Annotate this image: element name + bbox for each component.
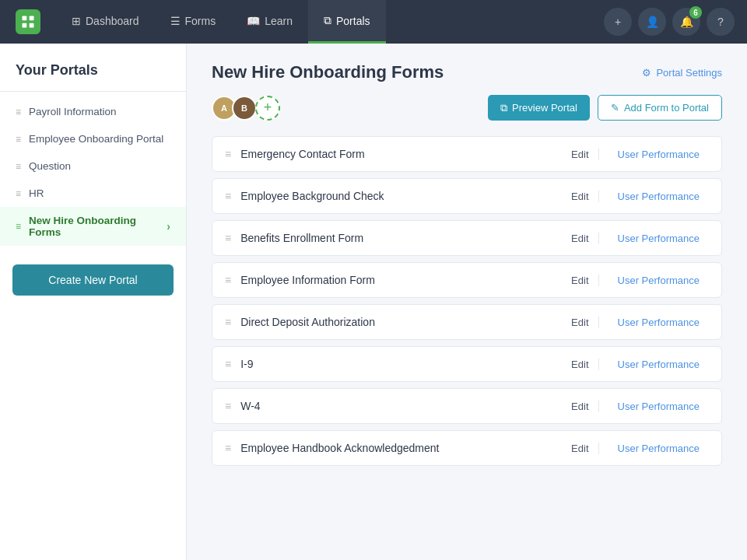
gear-icon: ⚙ (642, 67, 651, 79)
chevron-right-icon: › (167, 220, 170, 233)
add-user-button[interactable]: + (255, 96, 280, 121)
nav-portals[interactable]: ⧉ Portals (308, 0, 386, 44)
nav-dashboard-label: Dashboard (86, 15, 139, 27)
form-list: ≡ Emergency Contact Form Edit User Perfo… (212, 136, 722, 466)
edit-button[interactable]: Edit (562, 233, 598, 244)
edit-button[interactable]: Edit (562, 149, 598, 160)
page-title: New Hire Onboarding Forms (212, 62, 444, 82)
portal-settings-label: Portal Settings (656, 67, 722, 79)
bell-icon: 🔔 (680, 16, 693, 28)
form-name: Emergency Contact Form (240, 148, 552, 160)
avatar-2: B (232, 96, 257, 121)
drag-handle-icon[interactable]: ≡ (225, 442, 231, 454)
sidebar-item-hr[interactable]: ≡ HR (0, 180, 186, 207)
user-performance-button[interactable]: User Performance (608, 275, 709, 286)
sidebar-item-new-hire-label: New Hire Onboarding Forms (29, 215, 159, 238)
sidebar-item-hr-label: HR (29, 187, 44, 199)
sidebar-item-question-label: Question (29, 160, 71, 172)
svg-rect-0 (23, 16, 27, 21)
logo-icon (16, 9, 40, 34)
main-content: New Hire Onboarding Forms ⚙ Portal Setti… (187, 44, 747, 560)
nav-dashboard[interactable]: ⊞ Dashboard (56, 0, 155, 44)
edit-button[interactable]: Edit (562, 191, 598, 202)
drag-handle-icon[interactable]: ≡ (225, 190, 231, 202)
portal-settings-link[interactable]: ⚙ Portal Settings (642, 67, 722, 79)
portals-icon: ⧉ (324, 14, 331, 27)
edit-button[interactable]: Edit (562, 275, 598, 286)
user-icon: 👤 (646, 16, 659, 28)
forms-icon: ☰ (170, 15, 181, 27)
drag-handle-icon[interactable]: ≡ (225, 316, 231, 328)
table-row: ≡ Benefits Enrollment Form Edit User Per… (212, 220, 722, 256)
sidebar: Your Portals ≡ Payroll Information ≡ Emp… (0, 44, 187, 560)
nav-portals-label: Portals (336, 15, 370, 27)
drag-handle-icon[interactable]: ≡ (225, 274, 231, 286)
table-row: ≡ I-9 Edit User Performance (212, 346, 722, 382)
nav-forms[interactable]: ☰ Forms (155, 0, 232, 44)
preview-portal-button[interactable]: ⧉ Preview Portal (488, 95, 590, 121)
user-button[interactable]: 👤 (638, 8, 666, 36)
edit-button[interactable]: Edit (562, 317, 598, 328)
form-name: Benefits Enrollment Form (240, 232, 552, 244)
add-icon: + (615, 16, 621, 28)
user-performance-button[interactable]: User Performance (608, 233, 709, 244)
drag-icon: ≡ (16, 134, 21, 145)
add-button[interactable]: + (604, 8, 632, 36)
sidebar-title: Your Portals (0, 44, 186, 92)
table-row: ≡ W-4 Edit User Performance (212, 388, 722, 424)
table-row: ≡ Emergency Contact Form Edit User Perfo… (212, 136, 722, 172)
drag-handle-icon[interactable]: ≡ (225, 148, 231, 160)
notification-badge: 6 (689, 6, 702, 19)
logo-svg (20, 14, 36, 30)
table-row: ≡ Direct Deposit Authorization Edit User… (212, 304, 722, 340)
nav-forms-label: Forms (185, 15, 216, 27)
table-row: ≡ Employee Information Form Edit User Pe… (212, 262, 722, 298)
add-form-button[interactable]: ✎ Add Form to Portal (598, 95, 722, 121)
user-performance-button[interactable]: User Performance (608, 317, 709, 328)
drag-icon: ≡ (16, 107, 21, 117)
edit-doc-icon: ✎ (611, 102, 619, 114)
drag-handle-icon[interactable]: ≡ (225, 232, 231, 244)
svg-rect-3 (30, 23, 34, 28)
create-portal-button[interactable]: Create New Portal (12, 264, 174, 296)
sidebar-item-question[interactable]: ≡ Question (0, 152, 186, 180)
form-name: Employee Handbook Acknowledgedment (240, 442, 552, 454)
help-icon: ? (717, 16, 724, 28)
edit-button[interactable]: Edit (562, 359, 598, 370)
user-performance-button[interactable]: User Performance (608, 149, 709, 160)
edit-button[interactable]: Edit (562, 401, 598, 412)
drag-handle-icon[interactable]: ≡ (225, 400, 231, 412)
dashboard-icon: ⊞ (72, 15, 81, 27)
sidebar-item-payroll[interactable]: ≡ Payroll Information (0, 98, 186, 125)
table-row: ≡ Employee Background Check Edit User Pe… (212, 178, 722, 214)
preview-portal-label: Preview Portal (512, 102, 577, 114)
svg-rect-2 (23, 23, 27, 28)
notifications-button[interactable]: 🔔 6 (672, 8, 700, 36)
help-button[interactable]: ? (707, 8, 735, 36)
preview-icon: ⧉ (500, 102, 507, 114)
form-name: I-9 (240, 358, 552, 370)
form-name: Employee Information Form (240, 274, 552, 286)
sidebar-item-onboarding[interactable]: ≡ Employee Onboarding Portal (0, 125, 186, 152)
drag-handle-icon[interactable]: ≡ (225, 358, 231, 370)
form-name: Employee Background Check (240, 190, 552, 202)
top-nav: ⊞ Dashboard ☰ Forms 📖 Learn ⧉ Portals + … (0, 0, 747, 44)
sidebar-item-onboarding-label: Employee Onboarding Portal (29, 133, 163, 145)
user-performance-button[interactable]: User Performance (608, 443, 709, 454)
nav-learn[interactable]: 📖 Learn (231, 0, 308, 44)
header-actions: + 👤 🔔 6 ? (604, 8, 735, 36)
logo-container (12, 6, 44, 37)
avatar-group: A B + (212, 96, 280, 121)
user-performance-button[interactable]: User Performance (608, 401, 709, 412)
add-form-label: Add Form to Portal (624, 102, 709, 114)
user-performance-button[interactable]: User Performance (608, 191, 709, 202)
portal-actions: ⧉ Preview Portal ✎ Add Form to Portal (488, 95, 722, 121)
edit-button[interactable]: Edit (562, 443, 598, 454)
user-performance-button[interactable]: User Performance (608, 359, 709, 370)
table-row: ≡ Employee Handbook Acknowledgedment Edi… (212, 430, 722, 466)
sidebar-nav: ≡ Payroll Information ≡ Employee Onboard… (0, 92, 186, 252)
form-name: Direct Deposit Authorization (240, 316, 552, 328)
sidebar-item-new-hire[interactable]: ≡ New Hire Onboarding Forms › (0, 207, 186, 246)
form-name: W-4 (240, 400, 552, 412)
main-nav: ⊞ Dashboard ☰ Forms 📖 Learn ⧉ Portals (56, 0, 604, 44)
